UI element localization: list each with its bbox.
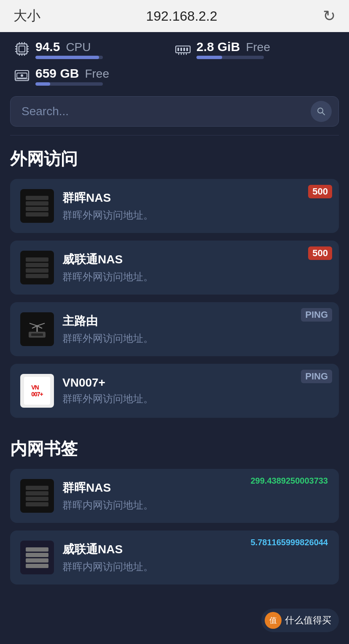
- watermark: 值 什么值得买: [261, 609, 339, 632]
- internal-card-1[interactable]: 群晖NAS 群晖内网访问地址。 299.4389250003733: [10, 469, 339, 523]
- external-card-2[interactable]: 威联通NAS 群晖外网访问地址。 500: [10, 241, 339, 295]
- svg-rect-18: [186, 48, 188, 51]
- top-bar-left: 大小: [13, 7, 40, 25]
- search-area: Search...: [0, 91, 349, 135]
- internal-section-title: 内网书签: [10, 437, 339, 460]
- top-bar: 大小 192.168.2.2 ↻: [0, 0, 349, 32]
- external-card-4[interactable]: VN007+ VN007+ 群晖外网访问地址。 PING: [10, 364, 339, 418]
- memory-icon: [174, 41, 191, 61]
- external-card-1-subtitle: 群晖外网访问地址。: [62, 208, 329, 222]
- svg-rect-1: [19, 46, 25, 52]
- top-bar-address: 192.168.2.2: [146, 8, 217, 24]
- refresh-icon[interactable]: ↻: [323, 7, 336, 25]
- external-card-1-title: 群晖NAS: [62, 190, 329, 206]
- svg-rect-16: [180, 48, 182, 51]
- disk-stat: 659 GB Free: [13, 65, 174, 91]
- svg-line-28: [322, 113, 325, 115]
- memory-label: Free: [246, 41, 270, 54]
- external-card-2-title: 威联通NAS: [62, 252, 329, 268]
- search-icon[interactable]: [311, 101, 332, 122]
- disk-label: Free: [85, 67, 109, 81]
- external-card-4-subtitle: 群晖外网访问地址。: [62, 392, 329, 406]
- memory-progress-fill: [196, 56, 222, 59]
- search-placeholder[interactable]: Search...: [17, 105, 311, 118]
- disk-progress-fill: [35, 82, 50, 86]
- cpu-content: 94.5 CPU: [35, 40, 103, 59]
- internal-card-2-badge: 5.781165999826044: [246, 536, 332, 549]
- internal-card-2[interactable]: 威联通NAS 群晖内网访问地址。 5.781165999826044: [10, 530, 339, 584]
- cpu-label: CPU: [66, 41, 91, 54]
- external-card-2-subtitle: 群晖外网访问地址。: [62, 270, 329, 284]
- external-card-3-title: 主路由: [62, 313, 329, 329]
- internal-card-1-badge: 299.4389250003733: [246, 475, 332, 487]
- stats-area: 94.5 CPU 2.8 GiB: [0, 32, 349, 91]
- external-card-4-title: VN007+: [62, 376, 329, 390]
- cpu-progress-fill: [35, 56, 99, 59]
- svg-rect-0: [17, 44, 27, 54]
- external-card-2-info: 威联通NAS 群晖外网访问地址。: [62, 252, 329, 284]
- external-card-1-info: 群晖NAS 群晖外网访问地址。: [62, 190, 329, 222]
- external-card-2-badge: 500: [308, 246, 332, 260]
- external-card-3[interactable]: 主路由 群晖外网访问地址。 PING: [10, 302, 339, 356]
- external-card-3-info: 主路由 群晖外网访问地址。: [62, 313, 329, 345]
- svg-point-25: [21, 74, 23, 77]
- svg-line-34: [30, 323, 37, 326]
- cpu-value: 94.5: [35, 40, 60, 54]
- external-section: 外网访问 群晖NAS 群晖外网访问地址。 500 威: [0, 135, 349, 418]
- svg-line-32: [32, 326, 37, 328]
- svg-rect-30: [31, 333, 43, 336]
- disk-content: 659 GB Free: [35, 66, 109, 86]
- cpu-progress-bg: [35, 56, 103, 59]
- external-card-2-thumbnail: [20, 251, 54, 284]
- internal-card-1-thumbnail: [20, 479, 54, 513]
- cpu-stat: 94.5 CPU: [13, 40, 174, 65]
- svg-rect-17: [183, 48, 185, 51]
- cpu-icon: [13, 41, 30, 61]
- internal-card-2-thumbnail: [20, 541, 54, 574]
- external-card-1-badge: 500: [308, 185, 332, 198]
- external-card-3-subtitle: 群晖外网访问地址。: [62, 332, 329, 345]
- watermark-text: 什么值得买: [285, 614, 331, 627]
- external-card-3-thumbnail: [20, 312, 54, 346]
- external-card-4-badge: PING: [301, 370, 332, 383]
- external-card-1-thumbnail: [20, 189, 54, 223]
- search-box[interactable]: Search...: [10, 96, 339, 127]
- external-section-title: 外网访问: [10, 147, 339, 170]
- disk-progress-bg: [35, 82, 103, 86]
- svg-rect-15: [177, 48, 179, 51]
- memory-content: 2.8 GiB Free: [196, 40, 270, 59]
- internal-card-1-subtitle: 群晖内网访问地址。: [62, 498, 329, 512]
- external-card-1[interactable]: 群晖NAS 群晖外网访问地址。 500: [10, 179, 339, 233]
- internal-card-2-subtitle: 群晖内网访问地址。: [62, 560, 329, 574]
- watermark-logo: 值: [265, 612, 282, 629]
- memory-progress-bg: [196, 56, 264, 59]
- svg-line-33: [37, 326, 42, 328]
- external-card-3-badge: PING: [301, 308, 332, 322]
- disk-value: 659 GB: [35, 66, 79, 81]
- svg-line-35: [37, 323, 45, 326]
- disk-icon: [13, 67, 30, 88]
- external-card-4-thumbnail: VN007+: [20, 374, 54, 408]
- memory-value: 2.8 GiB: [196, 40, 240, 54]
- vn-icon: VN007+: [24, 377, 50, 405]
- external-card-4-info: VN007+ 群晖外网访问地址。: [62, 376, 329, 406]
- memory-stat: 2.8 GiB Free: [174, 40, 336, 65]
